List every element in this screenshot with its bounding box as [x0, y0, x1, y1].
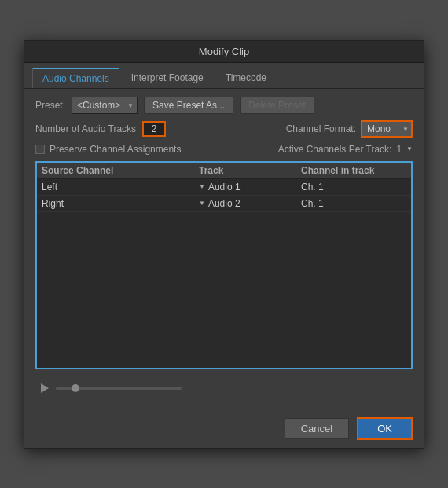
tab-content: Preset: <Custom> Save Preset As... Delet…	[24, 89, 424, 409]
row2-channel: Ch. 1	[301, 198, 406, 209]
table-header: Source Channel Track Channel in track	[37, 163, 411, 179]
active-channels-dropdown-icon[interactable]: ▼	[406, 145, 413, 152]
row1-channel: Ch. 1	[301, 182, 406, 193]
audio-tracks-row: Number of Audio Tracks Channel Format: M…	[35, 120, 413, 138]
save-preset-button[interactable]: Save Preset As...	[144, 97, 233, 114]
delete-preset-button[interactable]: Delete Preset	[240, 97, 314, 114]
preset-row: Preset: <Custom> Save Preset As... Delet…	[35, 97, 413, 114]
channel-format-select-wrapper: Mono Stereo 5.1	[361, 120, 413, 138]
channel-format-select[interactable]: Mono Stereo 5.1	[361, 120, 413, 138]
tab-audio-channels[interactable]: Audio Channels	[32, 68, 119, 88]
play-icon	[41, 383, 49, 393]
row2-track-dropdown-icon[interactable]: ▼	[199, 200, 205, 207]
col-channel-in-track: Channel in track	[301, 165, 406, 176]
table-row[interactable]: Left ▼ Audio 1 Ch. 1	[37, 179, 411, 196]
row1-track-dropdown-icon[interactable]: ▼	[199, 183, 205, 190]
ok-button[interactable]: OK	[357, 417, 413, 440]
channel-format-group: Channel Format: Mono Stereo 5.1	[286, 120, 413, 138]
channel-format-label: Channel Format:	[286, 123, 356, 134]
active-channels-value: 1	[396, 144, 402, 155]
title-bar: Modify Clip	[24, 41, 424, 63]
preserve-left: Preserve Channel Assignments	[35, 144, 181, 155]
col-source-channel: Source Channel	[42, 165, 199, 176]
active-channels-label: Active Channels Per Track:	[278, 144, 392, 155]
channels-table: Source Channel Track Channel in track Le…	[35, 161, 413, 369]
footer: Cancel OK	[24, 409, 424, 448]
row2-source: Right	[42, 198, 199, 209]
playback-slider-track[interactable]	[56, 387, 182, 390]
preset-select[interactable]: <Custom>	[72, 97, 138, 114]
row2-track: ▼ Audio 2	[199, 198, 301, 209]
active-channels-group: Active Channels Per Track: 1 ▼	[278, 144, 413, 155]
preserve-row: Preserve Channel Assignments Active Chan…	[35, 144, 413, 155]
preserve-checkbox[interactable]	[35, 145, 45, 154]
dialog-title: Modify Clip	[199, 46, 249, 57]
row1-source: Left	[42, 182, 199, 193]
playback-slider-thumb[interactable]	[72, 384, 79, 392]
playback-row	[35, 376, 413, 401]
table-body: Left ▼ Audio 1 Ch. 1 Right ▼ Audio 2	[37, 179, 411, 368]
preset-select-wrapper: <Custom>	[72, 97, 138, 114]
tab-interpret-footage[interactable]: Interpret Footage	[121, 68, 214, 88]
play-button[interactable]	[39, 382, 51, 394]
audio-tracks-label: Number of Audio Tracks	[35, 123, 136, 134]
modify-clip-dialog: Modify Clip Audio Channels Interpret Foo…	[24, 40, 424, 449]
preset-label: Preset:	[35, 100, 65, 111]
cancel-button[interactable]: Cancel	[285, 418, 349, 439]
table-row[interactable]: Right ▼ Audio 2 Ch. 1	[37, 196, 411, 212]
preserve-label: Preserve Channel Assignments	[50, 144, 181, 155]
tab-timecode[interactable]: Timecode	[215, 68, 277, 88]
tabs-row: Audio Channels Interpret Footage Timecod…	[24, 63, 424, 89]
col-track: Track	[199, 165, 301, 176]
row1-track: ▼ Audio 1	[199, 182, 301, 193]
audio-tracks-input[interactable]	[142, 121, 166, 137]
